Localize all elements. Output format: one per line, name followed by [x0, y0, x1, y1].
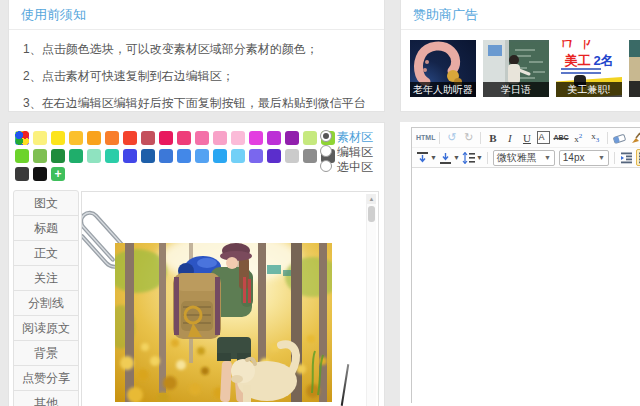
area-radio-1[interactable]: 素材区 [320, 130, 373, 145]
color-swatch[interactable] [51, 131, 65, 145]
sponsor-ads-title: 赞助商广告 [401, 0, 640, 30]
html-source-button[interactable]: HTML [416, 130, 435, 145]
area-radio-2[interactable]: 编辑区 [320, 145, 373, 160]
color-swatch[interactable] [249, 149, 263, 163]
sidebar-item-4[interactable]: 关注 [13, 265, 79, 291]
sidebar-item-3[interactable]: 正文 [13, 240, 79, 266]
scrollbar-thumb[interactable] [368, 206, 375, 222]
spacing-bottom-button[interactable]: ▼ [439, 150, 460, 165]
underline-button[interactable]: U [519, 130, 534, 145]
sidebar-item-7[interactable]: 背景 [13, 340, 79, 366]
ad-caption: 老年人助听器 [410, 82, 476, 97]
editor-content-area[interactable] [412, 168, 640, 404]
color-swatch[interactable] [303, 131, 317, 145]
color-swatch[interactable] [15, 149, 29, 163]
ads-row: 老年人助听器学日语ㄇㄗ美工2名美工兼职! [410, 40, 640, 97]
color-swatch[interactable] [267, 131, 281, 145]
superscript-button-label: x2 [574, 132, 582, 144]
ad-thumbnail-4[interactable] [629, 40, 640, 97]
color-swatch[interactable] [87, 149, 101, 163]
color-swatch[interactable] [177, 149, 191, 163]
spacing-top-button[interactable]: ▼ [416, 150, 437, 165]
sidebar-item-5[interactable]: 分割线 [13, 290, 79, 316]
redo-button[interactable]: ↻ [461, 130, 476, 145]
color-swatch[interactable] [33, 131, 47, 145]
color-swatch[interactable] [141, 131, 155, 145]
scroll-up-arrow[interactable]: ▲ [367, 194, 376, 204]
area-radio-3[interactable]: 选中区 [320, 160, 373, 175]
font-color-button-label: A [537, 131, 550, 144]
sponsor-ads-panel: 赞助商广告 老年人助听器学日语ㄇㄗ美工2名美工兼职! [400, 0, 640, 112]
radio-circle[interactable] [320, 130, 332, 142]
editor-panel: HTML↺↻BIUAABCx2x3▼66 ▼▼▼微软雅黑▼14px▼ [400, 122, 640, 406]
color-swatch[interactable] [267, 149, 281, 163]
italic-button-label: I [508, 132, 512, 144]
color-swatch[interactable] [69, 131, 83, 145]
content-scrollbar[interactable]: ▲ [366, 194, 376, 406]
outdent-button[interactable] [619, 150, 634, 165]
editor-toolbar-row2: ▼▼▼微软雅黑▼14px▼ [412, 148, 640, 168]
strikethrough-button[interactable]: ABC [553, 130, 568, 145]
color-swatch[interactable] [231, 131, 245, 145]
color-swatch[interactable] [303, 149, 317, 163]
color-swatch[interactable] [213, 131, 227, 145]
color-swatch[interactable] [15, 167, 29, 181]
eraser-icon[interactable] [612, 130, 627, 145]
chevron-down-icon: ▼ [430, 154, 437, 161]
chevron-down-icon: ▼ [598, 154, 605, 161]
font-size-select[interactable]: 14px▼ [559, 150, 609, 166]
radio-circle[interactable] [320, 145, 332, 157]
add-color-button[interactable]: + [51, 167, 65, 181]
undo-button[interactable]: ↺ [444, 130, 459, 145]
ad-thumbnail-1[interactable]: 老年人助听器 [410, 40, 476, 97]
line-height-button[interactable]: ▼ [462, 150, 483, 165]
ad-thumbnail-2[interactable]: 学日语 [483, 40, 549, 97]
color-swatch[interactable] [33, 167, 47, 181]
color-swatch[interactable] [195, 149, 209, 163]
color-swatch[interactable] [285, 131, 299, 145]
color-swatch[interactable] [213, 149, 227, 163]
color-swatch[interactable] [177, 131, 191, 145]
radio-circle[interactable] [320, 160, 332, 172]
font-size-select-value: 14px [563, 152, 585, 163]
color-swatch[interactable] [123, 131, 137, 145]
color-swatch[interactable] [105, 149, 119, 163]
subscript-button-label: x3 [591, 131, 599, 144]
font-color-button[interactable]: A [536, 130, 551, 145]
color-swatch[interactable] [87, 131, 101, 145]
color-swatch[interactable] [231, 149, 245, 163]
italic-button[interactable]: I [502, 130, 517, 145]
color-swatch[interactable] [141, 149, 155, 163]
sidebar-item-8[interactable]: 点赞分享 [13, 365, 79, 391]
toolbar-separator [487, 152, 488, 164]
font-family-select-value: 微软雅黑 [497, 151, 537, 165]
sidebar-item-2[interactable]: 标题 [13, 215, 79, 241]
notice-item: 1、点击颜色选块，可以改变素材区域部分素材的颜色； [23, 41, 370, 58]
font-family-select[interactable]: 微软雅黑▼ [493, 150, 555, 166]
sidebar-item-6[interactable]: 阅读原文 [13, 315, 79, 341]
rainbow-color-swatch[interactable] [15, 131, 29, 145]
color-swatch[interactable] [33, 149, 47, 163]
bold-button[interactable]: B [485, 130, 500, 145]
color-swatch[interactable] [285, 149, 299, 163]
broom-icon[interactable] [629, 130, 640, 145]
color-swatch[interactable] [159, 131, 173, 145]
ad-thumbnail-3[interactable]: ㄇㄗ美工2名美工兼职! [556, 40, 622, 97]
superscript-button[interactable]: x2 [571, 130, 586, 145]
color-swatch[interactable] [105, 131, 119, 145]
photo-material[interactable] [115, 243, 332, 402]
color-swatch[interactable] [195, 131, 209, 145]
color-swatch[interactable] [159, 149, 173, 163]
color-swatch[interactable] [51, 149, 65, 163]
color-palette: + [15, 131, 339, 185]
sidebar-item-1[interactable]: 图文 [13, 190, 79, 216]
sidebar-item-9[interactable]: 其他 [13, 390, 79, 406]
color-swatch[interactable] [69, 149, 83, 163]
align-left-button[interactable] [636, 149, 640, 166]
ad-caption: 学日语 [483, 82, 549, 97]
color-swatch[interactable] [123, 149, 137, 163]
subscript-button[interactable]: x3 [588, 130, 603, 145]
color-swatch[interactable] [249, 131, 263, 145]
rich-text-editor: HTML↺↻BIUAABCx2x3▼66 ▼▼▼微软雅黑▼14px▼ [411, 127, 640, 403]
editor-toolbar-row1: HTML↺↻BIUAABCx2x3▼66 [412, 128, 640, 148]
